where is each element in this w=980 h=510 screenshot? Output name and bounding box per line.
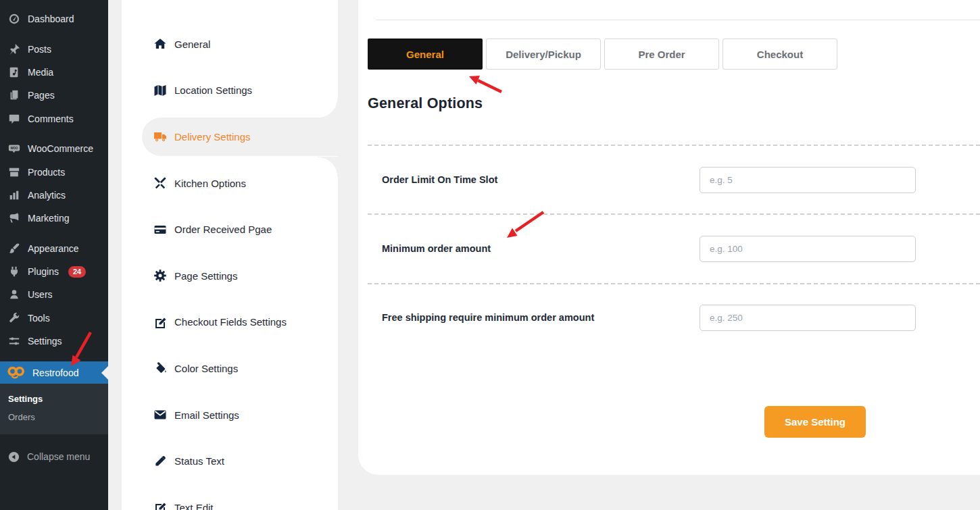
settings-nav-text-edit[interactable]: Text Edit <box>122 484 338 510</box>
order-limit-label: Order Limit On Time Slot <box>382 174 497 185</box>
section-divider <box>368 213 980 215</box>
wp-menu-dashboard[interactable]: Dashboard <box>0 7 108 30</box>
header-divider <box>376 20 980 20</box>
wp-menu-tools[interactable]: Tools <box>0 307 108 330</box>
home-icon <box>153 37 167 51</box>
paint-bucket-icon <box>153 361 167 375</box>
section-divider <box>368 283 980 284</box>
free-shipping-minimum-input[interactable] <box>700 305 916 331</box>
wp-menu-label: Products <box>28 167 65 178</box>
wp-menu-label: Settings <box>28 336 62 347</box>
plugin-icon <box>7 265 21 278</box>
media-icon <box>7 66 21 79</box>
wp-menu-label: Appearance <box>28 243 79 254</box>
tab-pre-order[interactable]: Pre Order <box>604 39 719 70</box>
wp-menu-analytics[interactable]: Analytics <box>0 184 108 207</box>
appearance-icon <box>7 242 21 255</box>
wp-menu-label: Restrofood <box>32 367 78 378</box>
wp-menu-label: Analytics <box>28 190 66 201</box>
settings-nav-status-text[interactable]: Status Text <box>122 438 338 484</box>
settings-nav-location-settings[interactable]: Location Settings <box>122 68 338 114</box>
edit-square-icon <box>153 315 167 329</box>
map-icon <box>153 84 167 97</box>
collapse-menu-button[interactable]: Collapse menu <box>0 445 108 468</box>
wp-menu-label: Plugins <box>28 266 59 277</box>
products-icon <box>7 165 21 179</box>
collapse-menu-label: Collapse menu <box>27 451 90 462</box>
settings-nav-label: Kitchen Options <box>174 178 246 189</box>
settings-nav-label: General <box>174 39 210 50</box>
tab-general[interactable]: General <box>368 39 483 70</box>
wp-menu-products[interactable]: Products <box>0 160 108 183</box>
settings-icon <box>7 334 21 348</box>
wp-menu-label: Posts <box>28 44 51 55</box>
edit-square-icon <box>153 501 167 510</box>
settings-nav-page-settings[interactable]: Page Settings <box>122 253 338 299</box>
comments-icon <box>7 112 21 126</box>
settings-nav-label: Text Edit <box>174 502 214 510</box>
wp-menu-label: WooCommerce <box>28 143 93 154</box>
wp-menu-label: Tools <box>28 313 50 324</box>
wp-menu-appearance[interactable]: Appearance <box>0 237 108 260</box>
wp-menu-plugins[interactable]: Plugins 24 <box>0 260 108 283</box>
wp-menu-woocommerce[interactable]: WOO WooCommerce <box>0 137 108 160</box>
pencil-icon <box>153 455 167 468</box>
settings-nav-general[interactable]: General <box>122 21 338 68</box>
wp-menu-pages[interactable]: Pages <box>0 84 108 107</box>
settings-nav-label: Email Settings <box>174 409 239 421</box>
wp-menu-settings[interactable]: Settings <box>0 330 108 353</box>
settings-nav-checkout-fields-settings[interactable]: Checkout Fields Settings <box>122 299 338 346</box>
restrofood-submenu: Settings Orders <box>0 384 108 434</box>
settings-nav-label: Color Settings <box>174 363 238 374</box>
wrench-icon <box>7 311 21 325</box>
megaphone-icon <box>7 211 21 225</box>
pages-icon <box>7 88 21 102</box>
wp-menu-media[interactable]: Media <box>0 61 108 84</box>
settings-nav-order-received-page[interactable]: Order Received Pgae <box>122 206 338 253</box>
minimum-order-amount-input[interactable] <box>700 236 916 262</box>
minimum-order-amount-label: Minimum order amount <box>382 243 491 254</box>
save-setting-button[interactable]: Save Setting <box>764 406 866 438</box>
truck-icon <box>153 130 167 143</box>
settings-nav-color-settings[interactable]: Color Settings <box>122 345 338 392</box>
wp-menu-label: Dashboard <box>28 14 74 24</box>
restrofood-settings-sidebar: General Location Settings Delivery Setti… <box>122 0 338 510</box>
current-menu-notch <box>101 366 108 380</box>
wp-menu-label: Pages <box>28 90 55 101</box>
settings-nav-label: Order Received Pgae <box>174 224 272 235</box>
wp-menu-label: Comments <box>28 113 74 124</box>
analytics-icon <box>7 188 21 202</box>
wp-admin-menu: Dashboard Posts Media Pages Comments WOO… <box>0 0 108 353</box>
wp-menu-posts[interactable]: Posts <box>0 37 108 60</box>
tab-checkout[interactable]: Checkout <box>722 39 837 70</box>
kitchen-tools-icon <box>153 176 167 190</box>
settings-nav-label: Location Settings <box>174 84 252 96</box>
wp-menu-restrofood[interactable]: Restrofood <box>0 361 108 384</box>
free-shipping-minimum-label: Free shipping require minimum order amou… <box>382 312 594 323</box>
order-limit-input[interactable] <box>700 167 916 193</box>
wp-menu-comments[interactable]: Comments <box>0 107 108 130</box>
wp-menu-marketing[interactable]: Marketing <box>0 207 108 230</box>
tab-delivery-pickup[interactable]: Delivery/Pickup <box>486 39 601 70</box>
settings-nav-email-settings[interactable]: Email Settings <box>122 392 338 438</box>
plugins-update-badge: 24 <box>68 266 86 278</box>
svg-text:WOO: WOO <box>10 147 18 150</box>
settings-tabs: General Delivery/Pickup Pre Order Checko… <box>368 39 837 70</box>
collapse-arrow-icon <box>7 451 20 463</box>
submenu-item-orders[interactable]: Orders <box>0 408 108 426</box>
wp-menu-users[interactable]: Users <box>0 283 108 306</box>
wp-menu-label: Users <box>28 289 53 300</box>
wp-menu-label: Media <box>28 67 53 78</box>
restrofood-logo-icon <box>7 365 27 380</box>
credit-card-icon <box>153 223 167 236</box>
submenu-item-settings[interactable]: Settings <box>0 390 108 408</box>
settings-nav-label: Delivery Settings <box>174 131 251 143</box>
section-divider <box>368 145 980 146</box>
envelope-icon <box>153 408 167 422</box>
settings-nav-label: Checkout Fields Settings <box>174 316 287 328</box>
settings-nav-delivery-settings[interactable]: Delivery Settings <box>122 113 338 160</box>
restrofood-settings-page: Dashboard Posts Media Pages Comments WOO… <box>0 0 980 510</box>
settings-content-panel: General Delivery/Pickup Pre Order Checko… <box>358 0 980 475</box>
pin-icon <box>7 43 21 56</box>
settings-nav-kitchen-options[interactable]: Kitchen Options <box>122 160 338 207</box>
